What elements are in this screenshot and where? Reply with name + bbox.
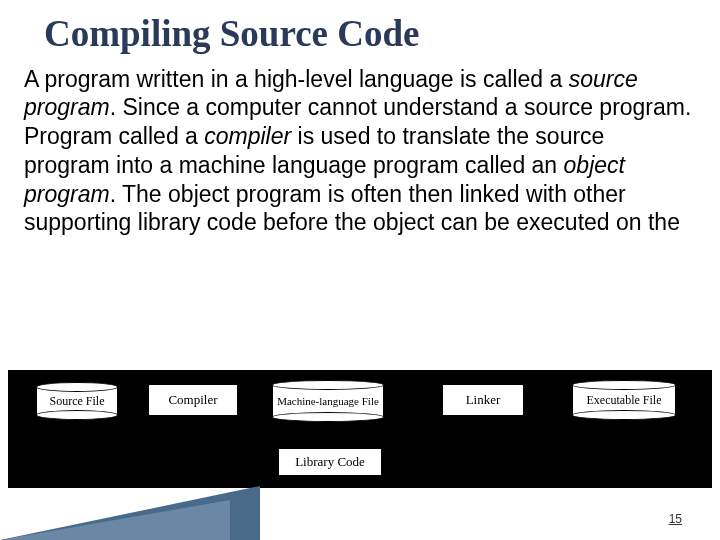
compilation-diagram: Source File Compiler Machine-language Fi… — [8, 370, 712, 488]
box-linker: Linker — [442, 384, 524, 416]
slide: Compiling Source Code A program written … — [0, 0, 720, 540]
cylinder-executable-file: Executable File — [572, 384, 676, 416]
text-segment: A program written in a high-level langua… — [24, 66, 569, 92]
box-compiler: Compiler — [148, 384, 238, 416]
term-compiler: compiler — [204, 123, 291, 149]
slide-body-text: A program written in a high-level langua… — [24, 65, 696, 238]
cylinder-machine-language-file: Machine-language File — [272, 384, 384, 418]
slide-title: Compiling Source Code — [44, 14, 700, 55]
decorative-wedge-front — [0, 500, 230, 540]
box-library-code: Library Code — [278, 448, 382, 476]
cylinder-source-file: Source File — [36, 386, 118, 416]
page-number: 15 — [669, 512, 682, 526]
text-segment: . The object program is often then linke… — [24, 181, 680, 236]
